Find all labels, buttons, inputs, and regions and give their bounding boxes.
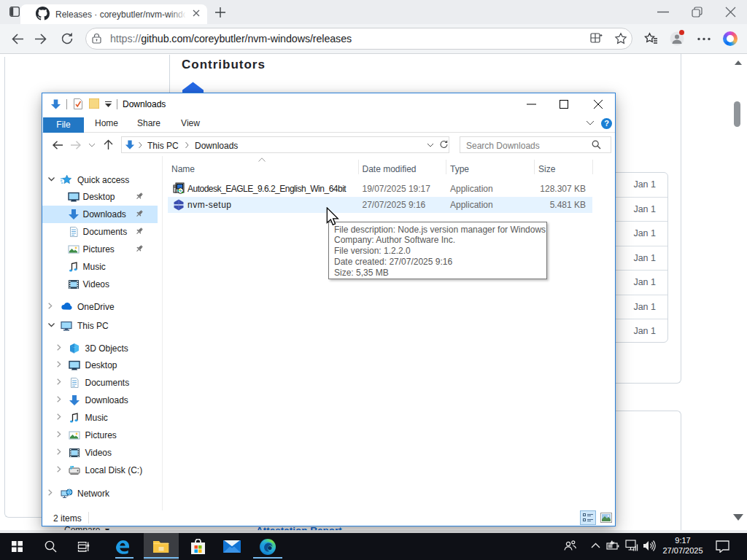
svg-text:?: ?	[604, 119, 609, 128]
